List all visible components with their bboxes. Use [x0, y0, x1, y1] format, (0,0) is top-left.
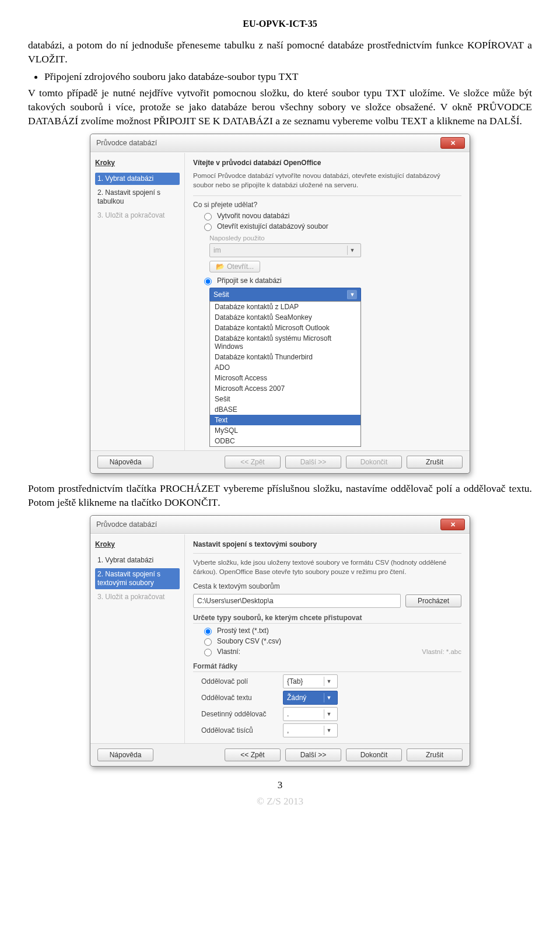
dropdown-option[interactable]: Databáze kontaktů systému Microsoft Wind… [210, 333, 360, 352]
bullet-item: Připojení zdrojového souboru jako databá… [44, 71, 532, 83]
panel-heading: Nastavit spojení s textovými soubory [193, 540, 461, 548]
db-type-dropdown[interactable]: Databáze kontaktů z LDAPDatabáze kontakt… [209, 301, 361, 447]
steps-heading: Kroky [95, 540, 180, 548]
text: a ze seznamu vybereme volbu [273, 115, 401, 127]
wizard-step-2[interactable]: 2. Nastavit spojení s textovými soubory [95, 568, 180, 589]
dialog-title: Průvodce databází [96, 139, 157, 147]
cancel-button[interactable]: Zrušit [407, 456, 463, 468]
thousands-sep-label: Oddělovač tisíců [201, 726, 277, 734]
thousands-sep-combo[interactable]: ,▼ [283, 723, 338, 737]
text-smallcaps: TXT [386, 87, 405, 99]
footer-copyright: © Z/S 2013 [28, 796, 532, 807]
dropdown-option[interactable]: Sešit [210, 394, 360, 404]
row-format-heading: Formát řádky [193, 662, 461, 672]
question-label: Co si přejete udělat? [193, 201, 461, 209]
decimal-sep-label: Desetinný oddělovač [201, 710, 277, 718]
chevron-down-icon: ▼ [347, 290, 357, 299]
radio-connect-db[interactable]: Připojit se k databázi [201, 276, 461, 285]
radio-label: Připojit se k databázi [217, 277, 282, 285]
custom-placeholder: Vlastní: *.abc [422, 648, 461, 655]
panel-heading: Vítejte v průvodci databází OpenOffice [193, 159, 461, 167]
path-input[interactable]: C:\Users\user\Desktop\a [193, 594, 401, 608]
text: a [524, 39, 532, 51]
wizard-step-1[interactable]: 1. Vybrat databázi [95, 554, 180, 566]
next-button[interactable]: Další >> [285, 748, 341, 761]
radio-custom[interactable]: Vlastní: Vlastní: *.abc [201, 647, 461, 656]
dropdown-option[interactable]: MySQL [210, 425, 360, 436]
folder-icon: 📂 [216, 263, 225, 271]
text: Potom prostřednictvím tlačítka [28, 482, 160, 494]
text-smallcaps: KOPÍROVAT [467, 39, 524, 51]
text-smallcaps: TXT [278, 71, 298, 82]
dropdown-option[interactable]: Databáze kontaktů SeaMonkey [210, 312, 360, 323]
dropdown-option[interactable]: Microsoft Access 2007 [210, 383, 360, 394]
text-smallcaps: PROCHÁZET [160, 482, 220, 494]
chevron-down-icon: ▼ [324, 677, 334, 686]
wizard-step-1[interactable]: 1. Vybrat databázi [95, 173, 180, 185]
wizard-step-2[interactable]: 2. Nastavit spojení s tabulkou [95, 187, 180, 208]
back-button: << Zpět [225, 456, 281, 468]
text-smallcaps: PŘIPOJIT SE K DATABÁZI [153, 115, 273, 127]
help-button[interactable]: Nápověda [97, 456, 153, 468]
decimal-sep-combo[interactable]: .▼ [283, 707, 338, 721]
wizard-step-3: 3. Uložit a pokračovat [95, 209, 180, 222]
close-icon[interactable]: ✕ [440, 137, 465, 149]
steps-heading: Kroky [95, 159, 180, 167]
paragraph-body-2: Potom prostřednictvím tlačítka PROCHÁZET… [28, 482, 532, 509]
panel-intro: Pomocí Průvodce databází vytvoříte novou… [193, 172, 461, 190]
text: zvolíme možnost [78, 115, 153, 127]
close-icon[interactable]: ✕ [440, 519, 465, 530]
panel-intro: Vyberte složku, kde jsou uloženy textové… [193, 558, 461, 576]
browse-button[interactable]: Procházet [405, 594, 461, 607]
finish-button[interactable]: Dokončit [346, 748, 402, 761]
field-sep-label: Oddělovač polí [201, 677, 277, 685]
open-button: 📂 Otevřít... [209, 261, 260, 272]
path-label: Cesta k textovým souborům [193, 582, 461, 592]
radio-label: Prostý text (*.txt) [217, 627, 269, 635]
dropdown-option[interactable]: ODBC [210, 436, 360, 446]
text-sep-combo[interactable]: Žádný▼ [283, 691, 338, 705]
text: V tomto případě je nutné nejdříve vytvoř… [28, 87, 386, 99]
text: . [65, 53, 67, 65]
cancel-button[interactable]: Zrušit [407, 748, 463, 761]
field-sep-combo[interactable]: {Tab}▼ [283, 674, 338, 688]
radio-create-new[interactable]: Vytvořit novou databázi [201, 211, 461, 221]
radio-csv[interactable]: Soubory CSV (*.csv) [201, 636, 461, 646]
radio-label: Soubory CSV (*.csv) [217, 637, 281, 645]
dropdown-option[interactable]: Databáze kontaktů Thunderbird [210, 352, 360, 362]
dialog-database-wizard-2: Průvodce databází ✕ Kroky 1. Vybrat data… [90, 515, 470, 767]
text-smallcaps: DALŠÍ [489, 115, 520, 127]
chevron-down-icon: ▼ [347, 246, 357, 255]
db-type-combo[interactable]: Sešit ▼ [209, 288, 361, 302]
radio-label: Vytvořit novou databázi [217, 212, 289, 220]
recent-label: Naposledy použito [209, 235, 461, 242]
wizard-step-3: 3. Uložit a pokračovat [95, 591, 180, 603]
radio-plain-text[interactable]: Prostý text (*.txt) [201, 626, 461, 635]
text: . [218, 496, 220, 508]
combo-value: Sešit [214, 291, 229, 299]
dialog-database-wizard-1: Průvodce databází ✕ Kroky 1. Vybrat data… [90, 134, 470, 474]
next-button: Další >> [285, 456, 341, 468]
dropdown-option[interactable]: ADO [210, 362, 360, 373]
dialog-title: Průvodce databází [96, 520, 157, 529]
dropdown-option[interactable]: Databáze kontaktů Microsoft Outlook [210, 323, 360, 333]
text-sep-label: Oddělovač textu [201, 694, 277, 702]
paragraph-body: V tomto případě je nutné nejdříve vytvoř… [28, 86, 532, 128]
radio-open-existing[interactable]: Otevřít existující databázový soubor [201, 222, 461, 231]
text: databázi, a potom do ní jednoduše přenes… [28, 39, 467, 51]
button-label: Otevřít... [227, 263, 254, 271]
radio-label: Otevřít existující databázový soubor [217, 222, 328, 230]
page-number: 3 [28, 779, 532, 791]
text: Připojení zdrojového souboru jako databá… [44, 71, 278, 82]
text: a klikneme na [427, 115, 489, 127]
text-smallcaps: DOKONČIT [164, 496, 218, 508]
dropdown-option[interactable]: Microsoft Access [210, 373, 360, 383]
dropdown-option[interactable]: Text [210, 415, 360, 425]
help-button[interactable]: Nápověda [97, 748, 153, 761]
back-button[interactable]: << Zpět [225, 748, 281, 761]
chevron-down-icon: ▼ [324, 693, 334, 702]
dropdown-option[interactable]: Databáze kontaktů z LDAP [210, 302, 360, 312]
radio-label: Vlastní: [217, 648, 240, 656]
dropdown-option[interactable]: dBASE [210, 404, 360, 415]
doc-header: EU-OPVK-ICT-35 [28, 19, 532, 29]
